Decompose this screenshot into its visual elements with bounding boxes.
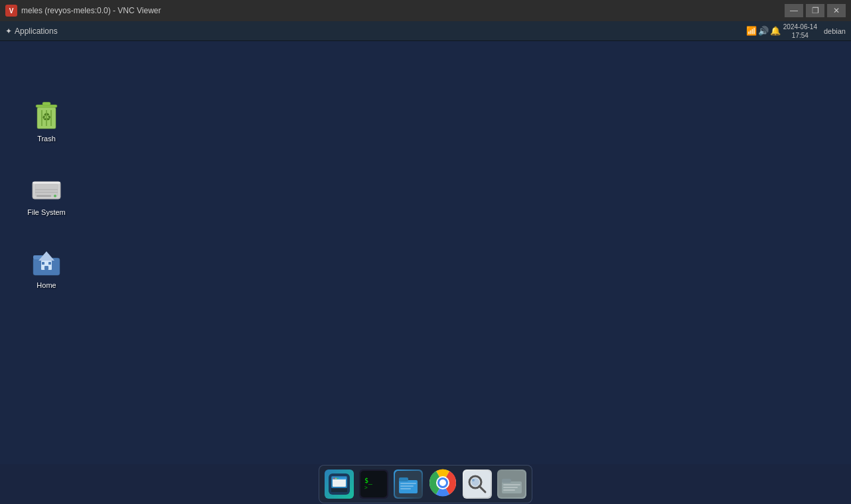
desktop-icon-filesystem[interactable]: File System [20, 171, 73, 219]
svg-point-27 [335, 478, 337, 479]
dock-item-terminal[interactable]: $_ > [358, 468, 390, 500]
username-label: debian [820, 27, 846, 35]
applications-icon: ✦ [5, 27, 12, 36]
vnc-logo-icon: V [5, 5, 17, 17]
catfish-icon [463, 470, 492, 499]
home-icon [31, 247, 62, 279]
desktop: ♻ Trash [0, 41, 851, 464]
dock-item-folder[interactable] [496, 468, 528, 500]
taskbar-center [63, 23, 746, 39]
svg-rect-34 [399, 477, 408, 481]
chromium-icon [428, 468, 457, 500]
svg-point-28 [337, 478, 339, 479]
dock-item-catfish[interactable] [461, 468, 493, 500]
folder-icon [497, 470, 526, 499]
taskbar-left: ✦ Applications [0, 21, 63, 40]
vnc-title-left: V meles (revyos-meles:0.0) - VNC Viewer [5, 5, 161, 17]
vnc-titlebar: V meles (revyos-meles:0.0) - VNC Viewer … [0, 0, 851, 21]
svg-point-41 [439, 479, 446, 486]
svg-point-46 [472, 479, 475, 481]
svg-text:>: > [364, 485, 368, 491]
dock-bar: $_ > [319, 465, 532, 503]
svg-rect-29 [360, 471, 387, 497]
vnc-title-text: meles (revyos-meles:0.0) - VNC Viewer [21, 6, 161, 15]
svg-text:$_: $_ [364, 477, 373, 485]
dock-item-filemanager[interactable] [392, 468, 424, 500]
maximize-button[interactable]: ❐ [806, 4, 824, 17]
filesystem-label: File System [27, 208, 65, 216]
svg-rect-8 [35, 184, 58, 196]
xfce-icon [325, 470, 354, 499]
volume-icon[interactable]: 🔊 [758, 26, 769, 36]
signal-icon: 📶 [746, 26, 757, 36]
svg-rect-20 [48, 262, 51, 265]
svg-rect-51 [503, 487, 518, 488]
svg-rect-37 [400, 488, 411, 489]
minimize-button[interactable]: — [785, 4, 803, 17]
sys-tray-icons: 📶 🔊 🔔 [746, 26, 781, 36]
dock: $_ > [0, 464, 851, 504]
dock-item-chromium[interactable] [427, 468, 459, 500]
filemanager-icon [394, 470, 423, 499]
close-button[interactable]: ✕ [827, 4, 846, 17]
svg-point-26 [333, 478, 335, 479]
datetime-display: 2024-06-14 17:54 [783, 23, 817, 40]
filesystem-icon [31, 174, 62, 206]
applications-label: Applications [15, 27, 58, 36]
dock-item-xfce[interactable] [323, 468, 355, 500]
taskbar-right: 📶 🔊 🔔 2024-06-14 17:54 debian [746, 23, 848, 40]
svg-rect-19 [42, 262, 44, 265]
desktop-icon-trash[interactable]: ♻ Trash [20, 97, 73, 145]
svg-rect-18 [44, 266, 48, 270]
svg-rect-49 [502, 479, 511, 483]
trash-icon: ♻ [31, 100, 62, 132]
svg-rect-1 [42, 102, 50, 105]
applications-menu[interactable]: ✦ Applications [0, 21, 63, 40]
trash-label: Trash [37, 135, 56, 143]
remote-taskbar: ✦ Applications 📶 🔊 🔔 2024-06-14 17:54 de… [0, 21, 851, 41]
svg-rect-13 [33, 182, 60, 184]
svg-rect-23 [331, 488, 347, 492]
svg-rect-11 [37, 195, 51, 197]
svg-rect-36 [400, 485, 414, 487]
desktop-icon-home[interactable]: Home [20, 244, 73, 292]
home-label: Home [37, 281, 56, 289]
vnc-controls: — ❐ ✕ [785, 4, 846, 17]
svg-rect-52 [503, 489, 515, 491]
notification-icon[interactable]: 🔔 [770, 26, 781, 36]
svg-rect-50 [503, 484, 520, 485]
terminal-icon: $_ > [359, 470, 388, 499]
svg-point-12 [54, 195, 56, 198]
svg-rect-35 [400, 483, 416, 484]
